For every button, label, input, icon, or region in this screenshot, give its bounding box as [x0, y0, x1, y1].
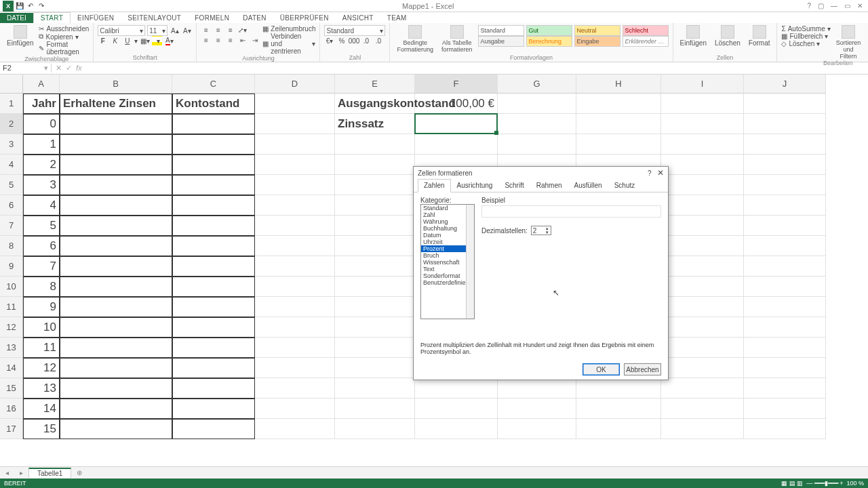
cell-A3[interactable]: 1: [23, 134, 60, 155]
cell-B15[interactable]: [60, 378, 172, 399]
cell-D7[interactable]: [255, 216, 335, 236]
style-berechnung[interactable]: Berechnung: [526, 36, 572, 47]
cell-A15[interactable]: 13: [23, 378, 60, 399]
row-header-11[interactable]: 11: [0, 297, 23, 317]
cell-D16[interactable]: [255, 399, 335, 419]
dialog-tab-zahlen[interactable]: Zahlen: [418, 179, 451, 192]
cell-C9[interactable]: [172, 256, 255, 277]
cell-E11[interactable]: [335, 297, 415, 317]
currency-icon[interactable]: €▾: [324, 36, 334, 46]
cell-D8[interactable]: [255, 236, 335, 256]
cell-J16[interactable]: [744, 399, 826, 419]
cell-E6[interactable]: [335, 195, 415, 216]
cell-B2[interactable]: [60, 114, 172, 134]
tab-team[interactable]: TEAM: [380, 13, 414, 23]
cell-D13[interactable]: [255, 338, 335, 358]
cell-G2[interactable]: [498, 114, 576, 134]
sort-filter-button[interactable]: Sortieren und Filtern: [833, 25, 864, 60]
row-header-16[interactable]: 16: [0, 399, 23, 419]
thousands-icon[interactable]: 000: [349, 36, 359, 46]
cell-B10[interactable]: [60, 277, 172, 297]
cell-G15[interactable]: [498, 378, 576, 399]
cell-A7[interactable]: 5: [23, 216, 60, 236]
cell-H1[interactable]: [576, 94, 661, 114]
cell-B17[interactable]: [60, 419, 172, 439]
autosum-button[interactable]: Σ AutoSumme ▾: [781, 25, 830, 33]
cell-C14[interactable]: [172, 358, 255, 378]
view-break-icon[interactable]: ▥: [797, 480, 803, 487]
cell-J15[interactable]: [744, 378, 826, 399]
cell-E4[interactable]: [335, 155, 415, 175]
row-header-13[interactable]: 13: [0, 338, 23, 358]
paste-button[interactable]: Einfügen: [4, 25, 36, 47]
redo-icon[interactable]: ↷: [37, 1, 46, 11]
tab-ansicht[interactable]: ANSICHT: [336, 13, 380, 23]
cell-D10[interactable]: [255, 277, 335, 297]
sheet-nav-next-icon[interactable]: ▸: [14, 469, 28, 476]
cell-F15[interactable]: [415, 378, 498, 399]
cell-B6[interactable]: [60, 195, 172, 216]
row-header-10[interactable]: 10: [0, 277, 23, 297]
cell-I3[interactable]: [661, 134, 744, 155]
tab-ueberpruefen[interactable]: ÜBERPRÜFEN: [273, 13, 336, 23]
cell-A17[interactable]: 15: [23, 419, 60, 439]
category-listbox[interactable]: StandardZahlWährungBuchhaltungDatumUhrze…: [420, 204, 475, 319]
cell-B5[interactable]: [60, 175, 172, 195]
col-header-C[interactable]: C: [172, 75, 255, 94]
cell-A12[interactable]: 10: [23, 317, 60, 338]
ribbon-options-icon[interactable]: ▢: [818, 2, 824, 9]
align-center-icon[interactable]: ≡: [213, 35, 223, 45]
cell-A2[interactable]: 0: [23, 114, 60, 134]
cell-E16[interactable]: [335, 399, 415, 419]
cell-J10[interactable]: [744, 277, 826, 297]
dialog-tab-ausrichtung[interactable]: Ausrichtung: [451, 179, 499, 192]
tab-formeln[interactable]: FORMELN: [188, 13, 236, 23]
cell-I17[interactable]: [661, 419, 744, 439]
delete-cells-button[interactable]: Löschen: [712, 25, 743, 47]
cell-E1[interactable]: Ausgangskontostand: [335, 94, 415, 114]
tab-einfuegen[interactable]: EINFÜGEN: [71, 13, 121, 23]
cell-J5[interactable]: [744, 175, 826, 195]
cell-J1[interactable]: [744, 94, 826, 114]
row-header-7[interactable]: 7: [0, 216, 23, 236]
align-left-icon[interactable]: ≡: [201, 35, 211, 45]
cell-H15[interactable]: [576, 378, 661, 399]
cell-J8[interactable]: [744, 236, 826, 256]
align-bottom-icon[interactable]: ≡: [225, 25, 235, 35]
cell-C17[interactable]: [172, 419, 255, 439]
cell-B3[interactable]: [60, 134, 172, 155]
dialog-close-icon[interactable]: ✕: [657, 168, 664, 178]
cell-F2[interactable]: [415, 114, 498, 134]
cell-F1[interactable]: 100,00 €: [415, 94, 498, 114]
cell-A13[interactable]: 11: [23, 338, 60, 358]
cell-C4[interactable]: [172, 155, 255, 175]
col-header-A[interactable]: A: [23, 75, 60, 94]
dialog-tab-schutz[interactable]: Schutz: [608, 179, 642, 192]
merge-center-button[interactable]: ▦ Verbinden und zentrieren ▾: [262, 33, 315, 55]
cell-I9[interactable]: [661, 256, 744, 277]
cell-H16[interactable]: [576, 399, 661, 419]
minimize-icon[interactable]: —: [831, 2, 837, 9]
cell-G1[interactable]: [498, 94, 576, 114]
cell-C11[interactable]: [172, 297, 255, 317]
cell-E8[interactable]: [335, 236, 415, 256]
zoom-level[interactable]: 100 %: [846, 480, 864, 487]
cell-H2[interactable]: [576, 114, 661, 134]
indent-increase-icon[interactable]: ⇥: [250, 35, 260, 45]
cell-J13[interactable]: [744, 338, 826, 358]
row-header-3[interactable]: 3: [0, 134, 23, 155]
cancel-formula-icon[interactable]: ✕: [56, 64, 62, 73]
cell-J4[interactable]: [744, 155, 826, 175]
cell-D11[interactable]: [255, 297, 335, 317]
dialog-help-icon[interactable]: ?: [648, 169, 652, 177]
cell-A14[interactable]: 12: [23, 358, 60, 378]
align-top-icon[interactable]: ≡: [201, 25, 211, 35]
font-color-button[interactable]: A▾: [164, 36, 174, 46]
cell-B9[interactable]: [60, 256, 172, 277]
cell-A1[interactable]: Jahr: [23, 94, 60, 114]
tab-datei[interactable]: DATEI: [0, 13, 33, 23]
view-layout-icon[interactable]: ▤: [789, 480, 795, 487]
row-header-12[interactable]: 12: [0, 317, 23, 338]
cell-D17[interactable]: [255, 419, 335, 439]
dialog-tab-ausfüllen[interactable]: Ausfüllen: [568, 179, 608, 192]
